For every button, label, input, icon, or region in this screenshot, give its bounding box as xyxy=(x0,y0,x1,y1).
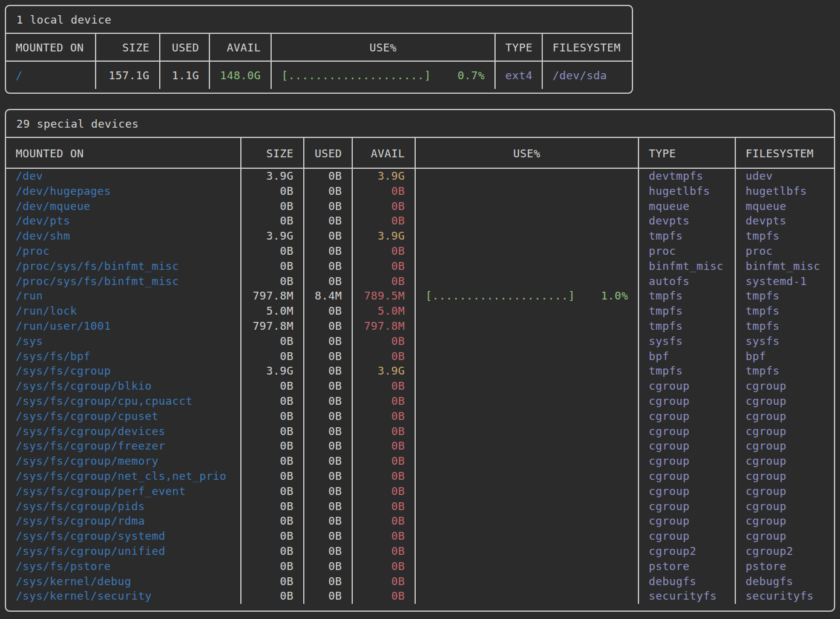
cell-used: 0B xyxy=(303,274,352,289)
column-header-size: SIZE xyxy=(95,34,159,61)
cell-avail: 3.9G xyxy=(352,229,415,244)
cell-type: tmpfs xyxy=(638,289,735,304)
cell-use-percent xyxy=(415,319,638,334)
cell-used: 0B xyxy=(303,364,352,379)
cell-type: cgroup xyxy=(638,454,735,469)
cell-type: cgroup xyxy=(638,379,735,394)
cell-type: cgroup xyxy=(638,514,735,529)
cell-use-percent xyxy=(415,334,638,349)
cell-use-percent xyxy=(415,229,638,244)
cell-use-percent xyxy=(415,439,638,454)
cell-mounted-on: /sys/fs/cgroup/cpuset xyxy=(6,409,240,424)
cell-type: mqueue xyxy=(638,199,735,214)
table-row: /sys/fs/cgroup/memory0B0B0Bcgroupcgroup xyxy=(6,454,834,469)
table-row: /sys/fs/pstore0B0B0Bpstorepstore xyxy=(6,559,834,574)
cell-size: 0B xyxy=(240,514,303,529)
cell-used: 0B xyxy=(303,544,352,559)
cell-used: 0B xyxy=(303,574,352,589)
cell-type: cgroup2 xyxy=(638,544,735,559)
cell-mounted-on: /sys/fs/cgroup/devices xyxy=(6,424,240,439)
cell-avail: 0B xyxy=(352,349,415,364)
cell-type: proc xyxy=(638,244,735,259)
cell-use-percent xyxy=(415,499,638,514)
column-header-type: TYPE xyxy=(638,138,735,168)
cell-filesystem: cgroup xyxy=(735,454,834,469)
cell-size: 0B xyxy=(240,529,303,544)
cell-avail: 0B xyxy=(352,589,415,604)
usage-percent: 1.0% xyxy=(601,289,628,304)
cell-used: 8.4M xyxy=(303,289,352,304)
column-header-avail: AVAIL xyxy=(352,138,415,168)
cell-avail: 0B xyxy=(352,559,415,574)
cell-mounted-on: /dev/shm xyxy=(6,229,240,244)
cell-mounted-on: /run xyxy=(6,289,240,304)
cell-filesystem: systemd-1 xyxy=(735,274,834,289)
cell-filesystem: cgroup xyxy=(735,409,834,424)
cell-filesystem: cgroup xyxy=(735,439,834,454)
cell-use-percent xyxy=(415,514,638,529)
table-row: /sys/fs/cgroup/freezer0B0B0Bcgroupcgroup xyxy=(6,439,834,454)
cell-size: 0B xyxy=(240,544,303,559)
table-row: /sys/fs/cgroup/devices0B0B0Bcgroupcgroup xyxy=(6,424,834,439)
cell-use-percent xyxy=(415,184,638,199)
column-header-type: TYPE xyxy=(494,34,542,61)
cell-mounted-on: / xyxy=(6,62,95,89)
cell-use-percent xyxy=(415,469,638,484)
cell-filesystem: proc xyxy=(735,244,834,259)
cell-used: 0B xyxy=(303,454,352,469)
table-row: /sys0B0B0Bsysfssysfs xyxy=(6,334,834,349)
cell-filesystem: cgroup xyxy=(735,499,834,514)
cell-avail: 0B xyxy=(352,199,415,214)
cell-mounted-on: /proc/sys/fs/binfmt_misc xyxy=(6,259,240,274)
cell-size: 0B xyxy=(240,394,303,409)
cell-mounted-on: /proc/sys/fs/binfmt_misc xyxy=(6,274,240,289)
column-header-mounted-on: MOUNTED ON xyxy=(6,138,240,168)
cell-used: 0B xyxy=(303,409,352,424)
cell-filesystem: tmpfs xyxy=(735,364,834,379)
cell-size: 797.8M xyxy=(240,319,303,334)
cell-size: 0B xyxy=(240,274,303,289)
cell-used: 0B xyxy=(303,469,352,484)
cell-use-percent: [....................]0.7% xyxy=(271,62,494,89)
cell-used: 0B xyxy=(303,304,352,319)
cell-use-percent xyxy=(415,199,638,214)
cell-avail: 0B xyxy=(352,214,415,229)
table-row: /dev3.9G0B3.9Gdevtmpfsudev xyxy=(6,169,834,184)
column-header-filesystem: FILESYSTEM xyxy=(735,138,834,168)
cell-filesystem: cgroup xyxy=(735,424,834,439)
table-row: /sys/fs/cgroup/cpu,cpuacct0B0B0Bcgroupcg… xyxy=(6,394,834,409)
cell-size: 0B xyxy=(240,349,303,364)
cell-mounted-on: /sys/fs/cgroup/systemd xyxy=(6,529,240,544)
cell-size: 0B xyxy=(240,424,303,439)
cell-type: devpts xyxy=(638,214,735,229)
cell-mounted-on: /sys/fs/cgroup/pids xyxy=(6,499,240,514)
table-row: /sys/kernel/security0B0B0Bsecurityfssecu… xyxy=(6,589,834,604)
cell-size: 0B xyxy=(240,184,303,199)
table-row: /sys/fs/cgroup/perf_event0B0B0Bcgroupcgr… xyxy=(6,484,834,499)
table-row: /sys/fs/cgroup/systemd0B0B0Bcgroupcgroup xyxy=(6,529,834,544)
cell-avail: 0B xyxy=(352,334,415,349)
table-row: /dev/pts0B0B0Bdevptsdevpts xyxy=(6,214,834,229)
cell-filesystem: cgroup xyxy=(735,469,834,484)
cell-used: 0B xyxy=(303,334,352,349)
cell-use-percent xyxy=(415,454,638,469)
table-row: /proc/sys/fs/binfmt_misc0B0B0Bbinfmt_mis… xyxy=(6,259,834,274)
cell-size: 0B xyxy=(240,259,303,274)
cell-avail: 0B xyxy=(352,184,415,199)
column-header-used: USED xyxy=(303,138,352,168)
cell-size: 3.9G xyxy=(240,364,303,379)
cell-type: tmpfs xyxy=(638,304,735,319)
table-row: /sys/fs/cgroup3.9G0B3.9Gtmpfstmpfs xyxy=(6,364,834,379)
cell-size: 0B xyxy=(240,559,303,574)
column-header-use-pct: USE% xyxy=(271,34,494,61)
cell-size: 0B xyxy=(240,439,303,454)
table-row: /sys/kernel/debug0B0B0Bdebugfsdebugfs xyxy=(6,574,834,589)
cell-filesystem: cgroup xyxy=(735,484,834,499)
cell-mounted-on: /sys/fs/cgroup/rdma xyxy=(6,514,240,529)
cell-avail: 0B xyxy=(352,529,415,544)
cell-type: bpf xyxy=(638,349,735,364)
cell-mounted-on: /sys/kernel/security xyxy=(6,589,240,604)
table-row: /proc/sys/fs/binfmt_misc0B0B0Bautofssyst… xyxy=(6,274,834,289)
column-header-avail: AVAIL xyxy=(209,34,271,61)
cell-avail: 0B xyxy=(352,439,415,454)
